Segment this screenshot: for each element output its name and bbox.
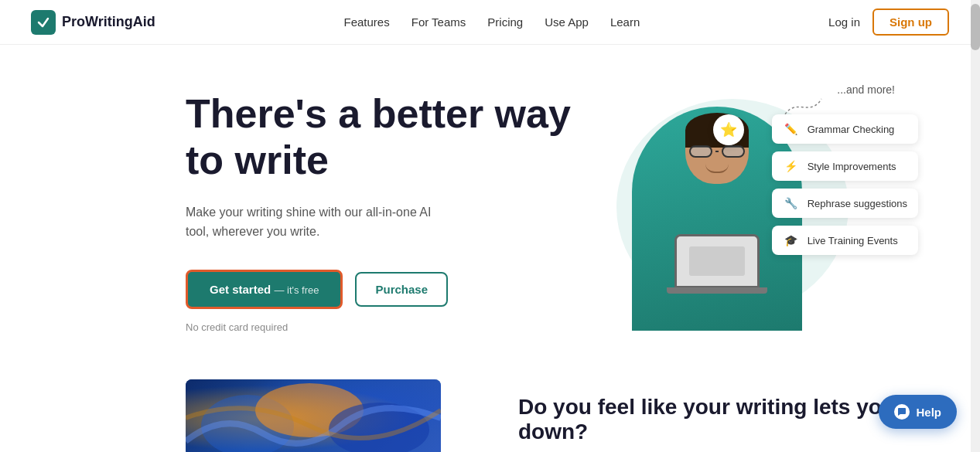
scrollbar-thumb[interactable] — [971, 4, 980, 50]
get-started-button[interactable]: Get started — it's free — [186, 270, 343, 309]
brand-logo[interactable]: ProWritingAid — [31, 10, 155, 35]
feature-pills: ✏️ Grammar Checking ⚡ Style Improvements… — [772, 114, 918, 255]
pill-rephrase: 🔧 Rephrase suggestions — [772, 189, 918, 218]
logo-icon — [31, 10, 56, 35]
and-more-label: ...and more! — [837, 83, 895, 96]
hero-illustration: ⭐ ...and more! ✏️ Grammar Checking ⚡ Sty… — [593, 68, 918, 331]
grammar-icon: ✏️ — [783, 121, 800, 138]
style-icon: ⚡ — [783, 158, 800, 175]
no-credit-text: No credit card required — [186, 321, 572, 333]
scrollbar[interactable] — [971, 0, 980, 452]
nav-links: Features For Teams Pricing Use App Learn — [344, 15, 640, 29]
nav-actions: Log in Sign up — [828, 8, 949, 36]
rephrase-icon: 🔧 — [783, 195, 800, 212]
purchase-button[interactable]: Purchase — [355, 272, 448, 307]
nav-item-use-app[interactable]: Use App — [545, 15, 589, 29]
hero-content-left: There's a better way to write Make your … — [186, 91, 572, 333]
pill-grammar-label: Grammar Checking — [808, 124, 895, 135]
nav-item-learn[interactable]: Learn — [610, 15, 640, 29]
pill-grammar: ✏️ Grammar Checking — [772, 114, 918, 144]
hero-buttons: Get started — it's free Purchase — [186, 270, 572, 309]
help-label: Help — [916, 406, 941, 419]
login-link[interactable]: Log in — [828, 15, 860, 29]
pill-training: 🎓 Live Training Events — [772, 226, 918, 255]
help-button[interactable]: Help — [879, 395, 957, 429]
lower-artwork — [186, 379, 441, 452]
starry-night-svg — [186, 379, 441, 452]
hero-section: There's a better way to write Make your … — [0, 45, 980, 364]
hero-subtitle: Make your writing shine with our all-in-… — [186, 202, 449, 242]
lower-section: Do you feel like your writing lets you d… — [0, 379, 980, 452]
training-icon: 🎓 — [783, 232, 800, 249]
pill-training-label: Live Training Events — [808, 235, 898, 246]
brand-name: ProWritingAid — [62, 14, 155, 30]
navbar: ProWritingAid Features For Teams Pricing… — [0, 0, 980, 45]
pill-style-label: Style Improvements — [808, 161, 896, 172]
signup-button[interactable]: Sign up — [872, 8, 949, 36]
lower-right: Do you feel like your writing lets you d… — [441, 379, 949, 444]
chat-icon — [894, 404, 910, 420]
nav-item-features[interactable]: Features — [344, 15, 390, 29]
star-badge: ⭐ — [713, 114, 744, 145]
hero-title: There's a better way to write — [186, 91, 572, 184]
nav-item-pricing[interactable]: Pricing — [487, 15, 523, 29]
nav-item-teams[interactable]: For Teams — [411, 15, 466, 29]
pill-rephrase-label: Rephrase suggestions — [808, 198, 907, 209]
pill-style: ⚡ Style Improvements — [772, 151, 918, 181]
